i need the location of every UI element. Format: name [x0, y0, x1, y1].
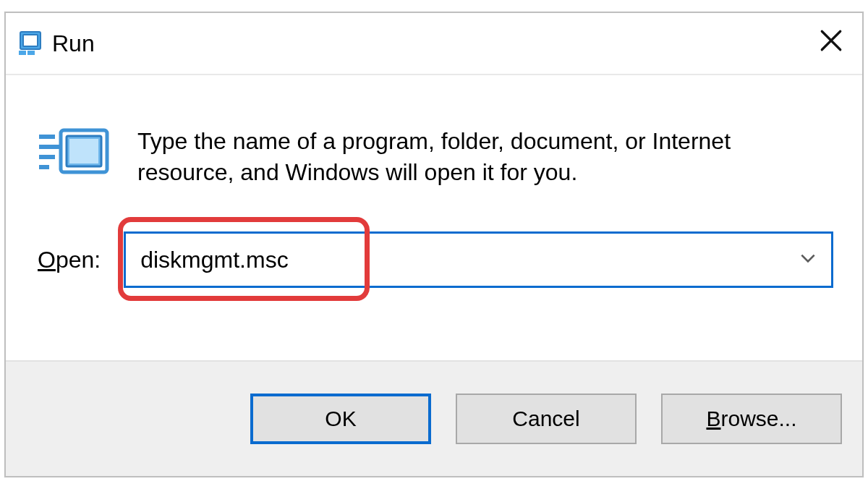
instruction-row: Type the name of a program, folder, docu… — [35, 126, 833, 188]
instruction-text: Type the name of a program, folder, docu… — [137, 126, 832, 188]
svg-rect-11 — [69, 139, 98, 163]
browse-button[interactable]: Browse... — [661, 394, 842, 444]
ok-button[interactable]: OK — [250, 394, 431, 444]
dialog-footer: OK Cancel Browse... — [6, 360, 862, 476]
browse-button-label: Browse... — [706, 407, 796, 431]
svg-rect-5 — [39, 135, 55, 139]
close-button[interactable] — [806, 22, 856, 65]
close-icon — [819, 28, 843, 59]
open-input[interactable] — [139, 246, 780, 274]
dialog-body: Type the name of a program, folder, docu… — [6, 75, 862, 317]
svg-rect-4 — [27, 51, 35, 55]
titlebar: Run — [6, 13, 862, 75]
run-titlebar-icon — [17, 30, 43, 56]
dialog-title: Run — [52, 30, 95, 57]
run-dialog: Run Type — [4, 12, 864, 477]
open-label: Open: — [38, 247, 101, 273]
svg-rect-6 — [39, 145, 61, 149]
cancel-button[interactable]: Cancel — [456, 394, 637, 444]
run-icon — [39, 126, 111, 184]
open-row: Open: — [38, 231, 833, 288]
cancel-button-label: Cancel — [512, 407, 579, 431]
open-combo-wrap — [124, 231, 833, 288]
svg-rect-8 — [39, 165, 49, 169]
ok-button-label: OK — [325, 407, 356, 431]
svg-rect-3 — [19, 51, 26, 55]
svg-rect-7 — [39, 155, 55, 159]
svg-rect-1 — [23, 35, 38, 46]
open-combobox[interactable] — [124, 231, 833, 288]
